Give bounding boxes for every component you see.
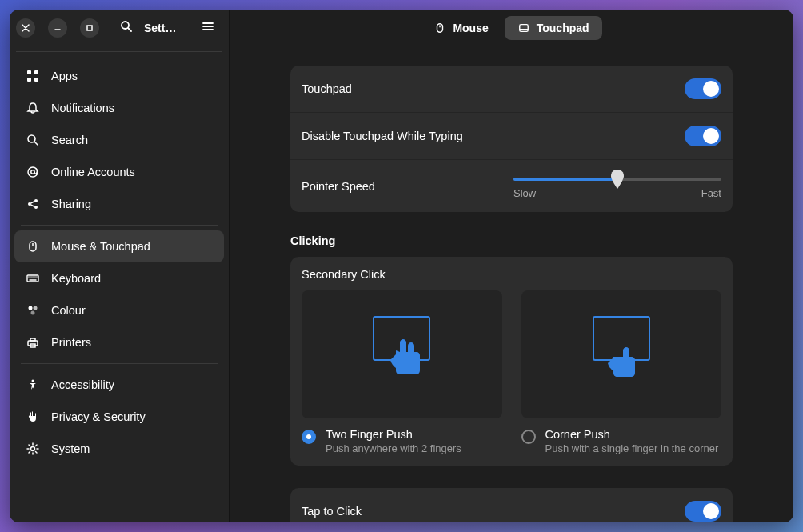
titlebar: Sett…	[10, 10, 229, 46]
clicking-group: Secondary Click	[290, 257, 733, 466]
sidebar-item-sharing[interactable]: Sharing	[14, 188, 224, 220]
pointer-speed-row: Pointer Speed Slow Fast	[290, 160, 733, 212]
slider-thumb[interactable]	[609, 170, 625, 189]
share-icon	[26, 197, 40, 211]
sidebar-item-label: Colour	[51, 304, 86, 317]
tab-label: Mouse	[453, 22, 488, 34]
option-title: Two Finger Push	[326, 428, 461, 441]
tap-to-click-group: Tap to Click	[290, 488, 733, 522]
sidebar-item-printers[interactable]: Printers	[14, 326, 224, 358]
window-title: Sett…	[144, 22, 195, 34]
option-subtitle: Push with a single finger in the corner	[545, 442, 719, 454]
two-finger-illustration	[302, 290, 502, 418]
settings-window: Sett… Apps Notifications	[10, 10, 793, 522]
slider-fast-label: Fast	[701, 187, 721, 199]
main-header: Mouse Touchpad	[230, 10, 793, 46]
printer-icon	[26, 335, 40, 350]
sidebar-list: Apps Notifications Search Online Account…	[10, 57, 229, 522]
option-two-finger[interactable]: Two Finger Push Push anywhere with 2 fin…	[302, 290, 502, 454]
slider-track	[513, 178, 721, 181]
search-button[interactable]	[118, 20, 134, 36]
svg-rect-4	[27, 78, 31, 82]
sidebar-item-label: Privacy & Security	[51, 410, 146, 423]
search-icon	[120, 20, 133, 36]
corner-illustration	[521, 290, 722, 418]
radio-two-finger[interactable]	[302, 430, 316, 444]
touchpad-switch[interactable]	[685, 78, 721, 99]
radio-corner[interactable]	[521, 430, 536, 444]
maximize-button[interactable]	[80, 18, 99, 38]
tab-label: Touchpad	[537, 22, 589, 34]
svg-point-21	[32, 380, 34, 382]
option-subtitle: Push anywhere with 2 fingers	[326, 442, 461, 454]
main-content: Mouse Touchpad Touchpad	[230, 10, 793, 522]
svg-point-11	[34, 206, 38, 209]
option-corner[interactable]: Corner Push Push with a single finger in…	[521, 290, 722, 454]
tab-touchpad[interactable]: Touchpad	[505, 16, 602, 40]
switch-knob	[703, 81, 719, 97]
svg-rect-18	[28, 341, 38, 346]
gear-icon	[26, 442, 40, 456]
at-icon	[26, 165, 40, 179]
svg-rect-25	[520, 25, 529, 32]
sidebar-item-online-accounts[interactable]: Online Accounts	[14, 156, 224, 188]
sidebar-item-keyboard[interactable]: Keyboard	[14, 262, 224, 294]
setting-label: Pointer Speed	[302, 180, 513, 193]
svg-point-16	[34, 306, 38, 310]
slider-slow-label: Slow	[513, 187, 536, 199]
sidebar-item-label: Printers	[51, 336, 91, 349]
sidebar-item-label: Notifications	[51, 102, 114, 114]
sidebar-item-search[interactable]: Search	[14, 124, 224, 156]
close-button[interactable]	[16, 18, 35, 38]
tap-to-click-row: Tap to Click	[290, 488, 733, 522]
switch-knob	[703, 128, 719, 144]
search-icon	[26, 133, 40, 147]
keyboard-icon	[26, 271, 40, 286]
disable-while-typing-switch[interactable]	[685, 126, 721, 146]
settings-content: Touchpad Disable Touchpad While Typing P…	[230, 46, 793, 522]
svg-rect-3	[34, 70, 38, 74]
sidebar-item-accessibility[interactable]: Accessibility	[14, 369, 224, 401]
sidebar-item-label: Keyboard	[51, 272, 101, 285]
tab-mouse[interactable]: Mouse	[421, 16, 501, 40]
setting-label: Disable Touchpad While Typing	[302, 130, 685, 142]
sidebar: Sett… Apps Notifications	[10, 10, 230, 522]
svg-rect-2	[27, 70, 31, 74]
svg-rect-5	[34, 78, 38, 82]
sidebar-item-apps[interactable]: Apps	[14, 60, 224, 92]
secondary-click-options: Two Finger Push Push anywhere with 2 fin…	[302, 290, 721, 454]
svg-point-17	[31, 311, 35, 315]
sidebar-item-label: Search	[51, 134, 88, 146]
touchpad-enable-row: Touchpad	[290, 66, 733, 113]
accessibility-icon	[26, 378, 40, 392]
pointer-speed-slider[interactable]: Slow Fast	[513, 173, 721, 199]
sidebar-item-colour[interactable]: Colour	[14, 294, 224, 326]
svg-rect-12	[30, 242, 36, 251]
palette-icon	[26, 303, 40, 318]
sidebar-item-label: Apps	[51, 70, 78, 82]
minimize-button[interactable]	[48, 18, 67, 38]
setting-label: Tap to Click	[302, 505, 685, 518]
svg-point-10	[34, 199, 38, 202]
mouse-icon	[26, 239, 40, 254]
option-text: Two Finger Push Push anywhere with 2 fin…	[326, 428, 461, 454]
bell-icon	[26, 101, 40, 115]
hand-icon	[26, 410, 40, 424]
sidebar-item-notifications[interactable]: Notifications	[14, 92, 224, 124]
sidebar-item-mouse-touchpad[interactable]: Mouse & Touchpad	[14, 230, 224, 262]
separator	[16, 51, 222, 52]
option-radio-row: Two Finger Push Push anywhere with 2 fin…	[302, 428, 502, 454]
menu-button[interactable]	[198, 18, 218, 38]
svg-point-22	[31, 447, 35, 451]
secondary-click-title: Secondary Click	[302, 268, 721, 281]
disable-while-typing-row: Disable Touchpad While Typing	[290, 113, 733, 160]
svg-point-15	[29, 306, 33, 310]
tap-to-click-switch[interactable]	[685, 501, 721, 522]
option-text: Corner Push Push with a single finger in…	[545, 428, 719, 454]
sidebar-item-label: Mouse & Touchpad	[51, 240, 150, 253]
sidebar-item-privacy[interactable]: Privacy & Security	[14, 401, 224, 433]
sidebar-item-label: Accessibility	[51, 378, 114, 391]
sidebar-item-system[interactable]: System	[14, 433, 224, 465]
option-title: Corner Push	[545, 428, 719, 441]
slider-labels: Slow Fast	[513, 187, 721, 199]
